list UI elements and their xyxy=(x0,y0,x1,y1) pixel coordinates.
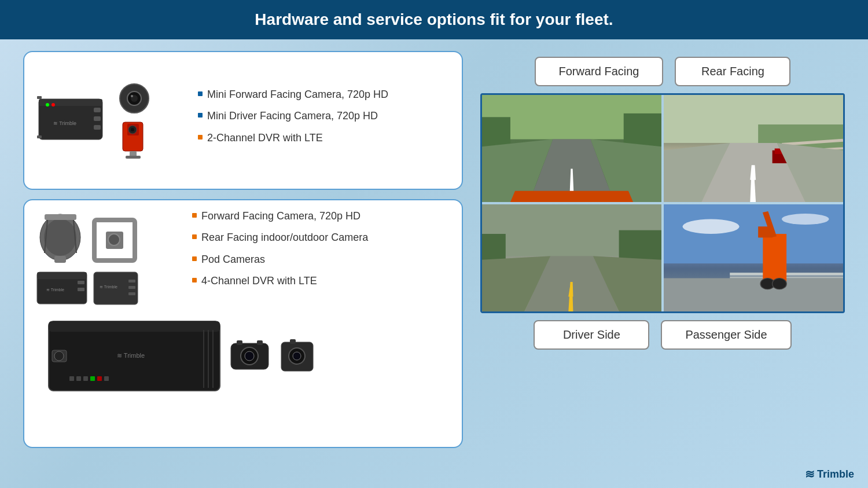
bullet-icon xyxy=(192,234,197,239)
svg-rect-47 xyxy=(97,376,102,381)
svg-rect-46 xyxy=(90,376,95,381)
svg-rect-22 xyxy=(54,256,66,263)
main-content: ≋ Trimble xyxy=(0,39,868,487)
camera-feed-1[interactable]: 2018-03-13T16:44:18Z xyxy=(482,95,661,202)
bullet-icon xyxy=(198,91,203,96)
svg-point-60 xyxy=(293,352,301,360)
bullet-icon xyxy=(192,213,197,218)
passenger-side-button[interactable]: Passenger Side xyxy=(661,320,791,350)
camera-grid: 2018-03-13T16:44:18Z xyxy=(480,93,845,313)
svg-rect-36 xyxy=(128,280,135,282)
bullet-icon xyxy=(192,256,197,261)
driver-side-button[interactable]: Driver Side xyxy=(534,320,649,350)
svg-rect-19 xyxy=(126,156,141,159)
full-product-images-top: ≋ Trimble ≋ Trimble xyxy=(36,210,181,307)
svg-rect-30 xyxy=(37,272,87,279)
svg-point-7 xyxy=(52,103,55,107)
full-feature-1: Forward Facing Camera, 720p HD xyxy=(192,210,450,223)
svg-rect-40 xyxy=(49,321,220,332)
svg-point-28 xyxy=(108,234,120,245)
svg-rect-61 xyxy=(290,339,296,344)
full-feature-4: 4-Channel DVR with LTE xyxy=(192,274,450,288)
full-feature-2: Rear Facing indoor/outdoor Camera xyxy=(192,231,450,244)
svg-point-99 xyxy=(773,278,786,289)
camera-feed-4[interactable]: 2018-03-13T16:44:18Z xyxy=(664,204,843,311)
full-product-images-bottom: ≋ Trimble xyxy=(36,318,316,394)
svg-rect-56 xyxy=(237,340,242,345)
mini-dvr-image: ≋ Trimble xyxy=(36,87,111,153)
svg-text:≋ Trimble: ≋ Trimble xyxy=(117,352,145,359)
full-card-top: ≋ Trimble ≋ Trimble xyxy=(36,210,450,307)
svg-rect-89 xyxy=(664,204,843,263)
mini-feature-3: 2-Channel DVR with LTE xyxy=(198,131,388,145)
full-feature-3: Pod Cameras xyxy=(192,253,450,266)
svg-rect-45 xyxy=(83,376,88,381)
svg-point-42 xyxy=(54,351,64,361)
right-panel: Forward Facing Rear Facing 2018-03-13T16… xyxy=(480,51,845,475)
svg-text:≋ Trimble: ≋ Trimble xyxy=(46,288,64,292)
svg-point-6 xyxy=(46,103,49,107)
bullet-icon xyxy=(198,135,203,140)
svg-point-17 xyxy=(131,128,134,131)
svg-rect-2 xyxy=(94,108,101,112)
mini-feature-2: Mini Driver Facing Camera, 720p HD xyxy=(198,109,388,123)
svg-rect-32 xyxy=(78,281,84,284)
svg-point-13 xyxy=(131,95,133,97)
svg-rect-33 xyxy=(78,288,84,291)
bullet-icon xyxy=(192,278,197,282)
trimble-logo: ≋ Trimble xyxy=(805,467,854,481)
mini-cameras-image xyxy=(117,81,152,160)
header-bar: Hardware and service options fit for you… xyxy=(0,0,868,39)
svg-rect-63 xyxy=(482,117,510,146)
trimble-logo-icon: ≋ xyxy=(805,467,815,481)
svg-rect-9 xyxy=(37,135,42,138)
svg-rect-23 xyxy=(45,214,76,220)
svg-rect-43 xyxy=(69,376,74,381)
svg-rect-3 xyxy=(94,116,101,121)
bottom-view-buttons: Driver Side Passenger Side xyxy=(480,320,845,350)
full-product-card: ≋ Trimble ≋ Trimble xyxy=(23,199,463,448)
svg-rect-92 xyxy=(664,278,843,311)
svg-rect-95 xyxy=(763,234,786,282)
svg-rect-57 xyxy=(257,340,263,345)
svg-point-21 xyxy=(44,219,76,256)
mini-product-images: ≋ Trimble xyxy=(36,81,186,160)
svg-rect-4 xyxy=(94,125,101,130)
top-view-buttons: Forward Facing Rear Facing xyxy=(480,57,845,86)
svg-marker-69 xyxy=(510,191,633,202)
svg-point-91 xyxy=(782,214,829,225)
svg-text:≋ Trimble: ≋ Trimble xyxy=(53,120,76,126)
svg-point-55 xyxy=(245,351,254,361)
svg-rect-64 xyxy=(624,113,661,146)
svg-point-90 xyxy=(683,219,740,234)
svg-rect-37 xyxy=(128,286,135,289)
page-title: Hardware and service options fit for you… xyxy=(255,10,613,28)
forward-facing-button[interactable]: Forward Facing xyxy=(535,57,664,86)
svg-text:≋ Trimble: ≋ Trimble xyxy=(100,285,117,289)
camera-feed-2[interactable]: 2018-03-13T16:44:18Z xyxy=(664,95,843,202)
mini-product-card: ≋ Trimble xyxy=(23,51,463,190)
rear-facing-button[interactable]: Rear Facing xyxy=(675,57,790,86)
full-features-list: Forward Facing Camera, 720p HD Rear Faci… xyxy=(192,210,450,307)
svg-rect-8 xyxy=(37,96,42,99)
svg-rect-48 xyxy=(104,376,109,381)
svg-rect-44 xyxy=(76,376,81,381)
camera-feed-3[interactable]: 2018-03-13T16:44:18Z xyxy=(482,204,661,311)
mini-features-list: Mini Forward Facing Camera, 720p HD Mini… xyxy=(198,88,388,153)
svg-rect-38 xyxy=(128,292,135,295)
bullet-icon xyxy=(198,113,203,118)
left-panel: ≋ Trimble xyxy=(23,51,463,475)
trimble-logo-text: Trimble xyxy=(817,468,854,480)
mini-feature-1: Mini Forward Facing Camera, 720p HD xyxy=(198,88,388,101)
